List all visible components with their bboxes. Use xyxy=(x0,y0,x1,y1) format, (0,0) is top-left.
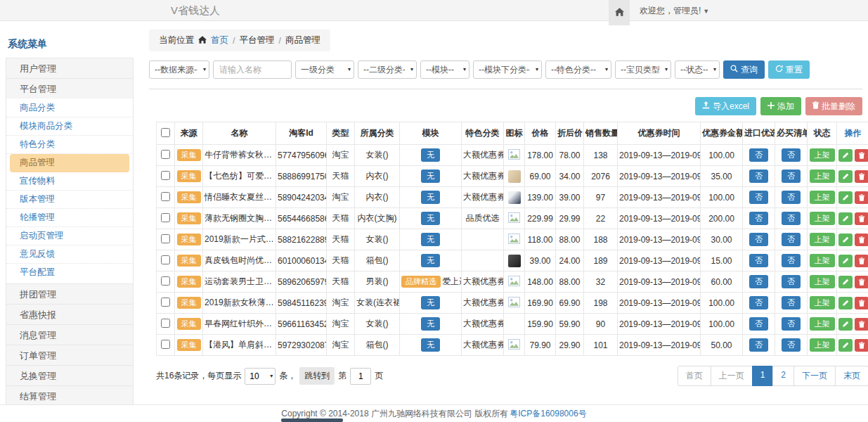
filter-select-7[interactable]: --宝贝类型-- xyxy=(615,60,671,79)
page-button-0[interactable]: 首页 xyxy=(678,366,711,386)
import-select-flag[interactable]: 否 xyxy=(749,170,768,183)
sidebar-item-11[interactable]: 平台配置 xyxy=(6,264,133,282)
per-page-select[interactable]: 10 xyxy=(245,368,276,385)
page-button-1[interactable]: 上一页 xyxy=(711,366,753,386)
delete-button[interactable] xyxy=(855,339,868,352)
import-select-flag[interactable]: 否 xyxy=(749,148,768,162)
delete-button[interactable] xyxy=(855,212,868,225)
name-search-input[interactable] xyxy=(213,60,292,79)
must-buy-flag[interactable]: 否 xyxy=(782,275,801,288)
sidebar-group-14[interactable]: 消息管理 xyxy=(6,324,134,345)
status-badge[interactable]: 上架 xyxy=(810,191,835,204)
delete-button[interactable] xyxy=(855,191,868,204)
select-all-checkbox[interactable] xyxy=(161,128,170,137)
jump-page-input[interactable] xyxy=(350,368,371,385)
row-checkbox[interactable] xyxy=(161,150,170,159)
row-checkbox[interactable] xyxy=(161,319,170,328)
import-select-flag[interactable]: 否 xyxy=(749,296,768,309)
must-buy-flag[interactable]: 否 xyxy=(782,296,801,309)
edit-button[interactable] xyxy=(838,149,853,162)
must-buy-flag[interactable]: 否 xyxy=(782,338,801,352)
sidebar-item-8[interactable]: 轮播管理 xyxy=(6,209,133,227)
status-badge[interactable]: 上架 xyxy=(810,296,835,309)
sidebar-item-7[interactable]: 版本管理 xyxy=(6,191,133,209)
add-button[interactable]: 添加 xyxy=(760,97,801,115)
must-buy-flag[interactable]: 否 xyxy=(782,148,801,162)
delete-button[interactable] xyxy=(855,234,868,246)
row-checkbox[interactable] xyxy=(161,298,170,307)
status-badge[interactable]: 上架 xyxy=(810,212,835,225)
delete-button[interactable] xyxy=(855,149,868,162)
sidebar-item-3[interactable]: 模块商品分类 xyxy=(6,117,133,136)
sidebar-group-17[interactable]: 结算管理 xyxy=(6,385,134,407)
module-badge[interactable]: 品牌精选 xyxy=(401,276,441,288)
sidebar-item-10[interactable]: 意见反馈 xyxy=(6,245,133,264)
horizontal-scrollbar-thumb[interactable] xyxy=(281,418,343,422)
row-checkbox[interactable] xyxy=(161,171,170,180)
row-checkbox[interactable] xyxy=(161,340,170,349)
row-checkbox[interactable] xyxy=(161,192,170,201)
breadcrumb-home-link[interactable]: 首页 xyxy=(211,34,228,46)
sidebar-group-0[interactable]: 用户管理 xyxy=(6,58,134,79)
delete-button[interactable] xyxy=(855,255,868,267)
must-buy-flag[interactable]: 否 xyxy=(782,317,801,331)
delete-button[interactable] xyxy=(855,276,868,288)
batch-delete-button[interactable]: 批量删除 xyxy=(805,97,862,115)
status-badge[interactable]: 上架 xyxy=(810,170,835,183)
search-button[interactable]: 查询 xyxy=(723,60,765,79)
icp-link[interactable]: 粤ICP备16098006号 xyxy=(510,408,586,420)
module-badge[interactable]: 无 xyxy=(421,317,440,331)
filter-select-8[interactable]: --状态-- xyxy=(675,60,720,79)
reset-button[interactable]: 重置 xyxy=(768,60,810,79)
must-buy-flag[interactable]: 否 xyxy=(782,212,801,225)
status-badge[interactable]: 上架 xyxy=(810,338,835,352)
module-badge[interactable]: 无 xyxy=(421,191,440,204)
filter-select-0[interactable]: --数据来源-- xyxy=(149,60,209,79)
home-button[interactable] xyxy=(609,0,630,25)
import-excel-button[interactable]: 导入excel xyxy=(695,97,756,115)
sidebar-group-1[interactable]: 平台管理 xyxy=(6,78,134,99)
module-badge[interactable]: 无 xyxy=(421,296,440,309)
import-select-flag[interactable]: 否 xyxy=(749,233,768,246)
edit-button[interactable] xyxy=(838,234,853,246)
module-badge[interactable]: 无 xyxy=(421,338,440,352)
edit-button[interactable] xyxy=(838,170,853,183)
module-badge[interactable]: 无 xyxy=(421,212,440,225)
edit-button[interactable] xyxy=(838,297,853,309)
edit-button[interactable] xyxy=(838,191,853,204)
filter-select-2[interactable]: 一级分类 xyxy=(295,60,354,79)
must-buy-flag[interactable]: 否 xyxy=(782,254,801,267)
import-select-flag[interactable]: 否 xyxy=(749,317,768,331)
module-badge[interactable]: 无 xyxy=(421,148,440,162)
delete-button[interactable] xyxy=(855,297,868,309)
edit-button[interactable] xyxy=(838,212,853,225)
status-badge[interactable]: 上架 xyxy=(810,148,835,162)
jump-button[interactable]: 跳转到 xyxy=(299,367,335,385)
import-select-flag[interactable]: 否 xyxy=(749,254,768,267)
must-buy-flag[interactable]: 否 xyxy=(782,170,801,183)
module-badge[interactable]: 无 xyxy=(421,233,440,246)
page-button-3[interactable]: 2 xyxy=(772,366,794,386)
row-checkbox[interactable] xyxy=(161,213,170,222)
sidebar-group-13[interactable]: 省惠快报 xyxy=(6,304,134,325)
sidebar-item-4[interactable]: 特色分类 xyxy=(6,136,133,154)
status-badge[interactable]: 上架 xyxy=(810,317,835,331)
sidebar-item-6[interactable]: 宣传物料 xyxy=(6,172,133,191)
sidebar-item-2[interactable]: 商品分类 xyxy=(6,99,133,117)
must-buy-flag[interactable]: 否 xyxy=(782,191,801,204)
filter-select-3[interactable]: --二级分类-- xyxy=(358,60,417,79)
page-button-4[interactable]: 下一页 xyxy=(793,366,836,386)
module-badge[interactable]: 无 xyxy=(421,170,440,183)
sidebar-group-12[interactable]: 拼团管理 xyxy=(6,283,134,305)
status-badge[interactable]: 上架 xyxy=(810,254,835,267)
filter-select-5[interactable]: --模块下分类-- xyxy=(473,60,542,79)
user-menu[interactable]: 欢迎您，管理员!▼ xyxy=(630,0,709,22)
edit-button[interactable] xyxy=(838,276,853,288)
import-select-flag[interactable]: 否 xyxy=(749,275,768,288)
row-checkbox[interactable] xyxy=(161,255,170,264)
row-checkbox[interactable] xyxy=(161,234,170,243)
status-badge[interactable]: 上架 xyxy=(810,275,835,288)
sidebar-group-16[interactable]: 兑换管理 xyxy=(6,365,134,386)
import-select-flag[interactable]: 否 xyxy=(749,212,768,225)
sidebar-group-15[interactable]: 订单管理 xyxy=(6,345,134,366)
